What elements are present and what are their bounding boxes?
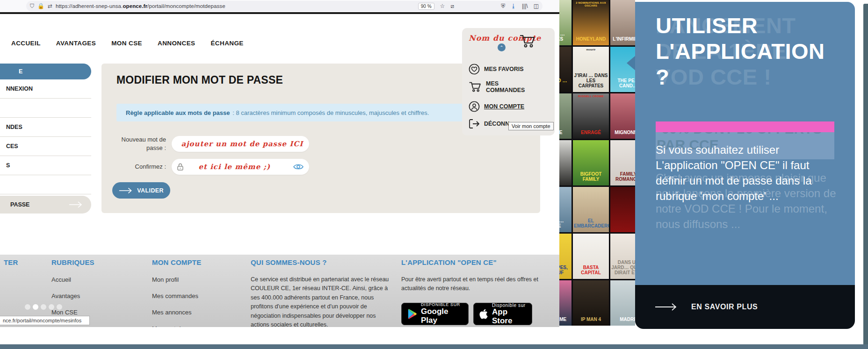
zoom-level-badge[interactable]: 90 % — [418, 3, 434, 10]
footer-link-monmotdepasse[interactable]: Mon mot de passe — [152, 325, 202, 327]
url-text[interactable]: https://adherent-snep-unsa.opence.fr/por… — [56, 3, 225, 9]
poster-tile[interactable]: madre♥ — [610, 280, 635, 326]
en-savoir-plus-label: EN SAVOIR PLUS — [691, 303, 758, 311]
confirm-password-input[interactable]: et ici le même ;) — [172, 159, 309, 175]
poster-tile[interactable]: …ette …vennes — [559, 0, 571, 45]
footer-link-monprofil[interactable]: Mon profil — [152, 276, 202, 283]
poster-tile[interactable]: MIGNONN… — [610, 93, 635, 139]
en-savoir-plus-button[interactable]: EN SAVOIR PLUS — [635, 285, 855, 329]
lock-icon[interactable]: 🔒 — [37, 3, 44, 9]
vod-poster-wall: …ette …vennes2 NOMINATIONS AUX OSCARSHON… — [559, 0, 635, 326]
carousel-dot[interactable] — [25, 304, 30, 310]
apple-icon — [479, 308, 488, 320]
poster-tile[interactable]: …ME …PES, …C …UF — [559, 234, 571, 279]
footer-link-moncse[interactable]: Mon CSE — [51, 309, 94, 316]
shield-icon[interactable]: ⛉ — [30, 3, 34, 9]
page-top-divider — [0, 12, 559, 14]
user-icon — [469, 101, 480, 112]
valider-button[interactable]: VALIDER — [112, 182, 170, 199]
carousel-dot[interactable] — [33, 304, 38, 310]
menu-item-mon-compte[interactable]: MON COMPTE — [469, 101, 524, 112]
menu-item-commandes[interactable]: MES COMMANDES — [469, 80, 528, 94]
url-bar[interactable]: ⛉ 🔒 ⇄ https://adherent-snep-unsa.opence.… — [26, 1, 542, 11]
app-store-badge[interactable]: Disponible surApp Store — [473, 303, 532, 325]
menu-item-deconnexion[interactable]: DÉCONN — [469, 119, 509, 129]
poster-tile[interactable]: BAMAKO …ICA — [559, 47, 571, 92]
poster-tile[interactable]: EL EMBARCADERO — [573, 187, 609, 232]
permissions-icon[interactable]: ⇄ — [48, 3, 52, 9]
protections-shield-icon[interactable]: ⛨ — [501, 3, 505, 9]
page-title: MODIFIER MON MOT DE PASSE — [116, 74, 283, 86]
carousel-prev-arrow-icon[interactable] — [627, 55, 636, 71]
menu-item-favoris[interactable]: MES FAVORIS — [469, 64, 524, 75]
arrow-right-icon — [119, 187, 133, 194]
nav-item-echange[interactable]: ÉCHANGE — [210, 40, 243, 47]
footer-link-mesannonces[interactable]: Mes annonces — [152, 309, 202, 316]
bottom-bar — [0, 344, 868, 349]
sidebar-toggle-icon[interactable]: ◫ — [534, 3, 539, 9]
sidebar-item-annonces[interactable]: CES — [0, 137, 91, 156]
carousel-dot[interactable] — [49, 304, 54, 310]
heart-icon — [469, 64, 480, 75]
screenshot-root: ⛉ 🔒 ⇄ https://adherent-snep-unsa.opence.… — [0, 0, 868, 349]
new-password-input[interactable]: ajouter un mot de passe ICI — [172, 136, 309, 152]
bookmark-star-icon[interactable]: ☆ — [440, 3, 445, 9]
poster-tile[interactable]: …Fille — [559, 93, 571, 139]
poster-tile[interactable]: mourirJ'irai … dans les Carpates — [573, 47, 609, 92]
poster-tile[interactable]: FAMILY ROMANC… — [610, 140, 635, 185]
nav-item-accueil[interactable]: ACCUEIL — [11, 40, 41, 47]
carousel-dots — [25, 304, 62, 310]
nav-item-avantages[interactable]: AVANTAGES — [56, 40, 96, 47]
slide-body: Si vous souhaitez utiliser L'application… — [656, 142, 840, 204]
poster-tile[interactable]: RUSSELL CROWEENRAGÉ — [573, 93, 609, 139]
poster-tile[interactable]: 2 NOMINATIONS AUX OSCARSHONEYLAND — [573, 0, 609, 45]
poster-tile[interactable]: BASTA CAPITAL — [573, 234, 609, 279]
pink-highlight-bar — [656, 121, 834, 132]
poster-tile[interactable]: IP MAN 4 — [573, 280, 609, 326]
password-annotation: ajouter un mot de passe ICI — [181, 140, 303, 148]
footer-link-mescommandes[interactable]: Mes commandes — [152, 292, 202, 299]
translate-disabled-icon[interactable]: ⧄ — [450, 3, 454, 9]
nav-item-annonces[interactable]: ANNONCES — [158, 40, 195, 47]
confirm-password-label: Confirmez : — [116, 163, 172, 171]
library-icon[interactable]: |||\ — [522, 3, 528, 9]
footer-link-avantages[interactable]: Avantages — [51, 292, 94, 299]
carousel-dot[interactable] — [41, 304, 46, 310]
next-slide-edge[interactable] — [863, 4, 868, 349]
footer-heading-quisommesnous: QUI SOMMES-NOUS ? — [251, 258, 327, 266]
cart-icon[interactable] — [519, 34, 536, 49]
app-text: Pour être averti partout et en temps rée… — [401, 275, 556, 293]
poster-tile[interactable]: CER… …RIQUE — [559, 187, 571, 232]
google-play-icon — [407, 308, 417, 320]
sidebar-item-commandes[interactable]: NDES — [0, 118, 91, 137]
download-icon[interactable]: ⭳ — [511, 3, 516, 9]
vod-promo-slide: LANCEMENT DE LA 1ÈRE VOD CCE ! UTILISER … — [635, 2, 855, 327]
footer-heading-rubriques: RUBRIQUES — [51, 258, 94, 266]
sidebar-item-motdepasse[interactable]: PASSE — [0, 196, 91, 214]
sidebar-item-favoris[interactable]: S — [0, 156, 91, 175]
sidebar-item-label: PASSE — [10, 201, 29, 208]
sidebar-item-hidden-2[interactable] — [0, 175, 91, 194]
sidebar-item-active[interactable]: E — [0, 64, 91, 79]
carousel-dot[interactable] — [57, 304, 62, 310]
poster-tile[interactable]: BIGFOOT FAMILY — [573, 140, 609, 185]
footer-heading-contacter-fragment: TER — [4, 258, 18, 266]
poster-tile[interactable]: …E FEMME — [559, 280, 571, 326]
poster-tile[interactable]: L'INFIRMIÈRE♥ — [610, 0, 635, 45]
account-name-annotation: Nom du compte — [469, 34, 511, 43]
new-password-label: Nouveau mot de passe : — [116, 135, 172, 152]
show-password-eye-icon[interactable] — [303, 141, 304, 147]
voir-mon-compte-tooltip: Voir mon compte — [508, 122, 554, 130]
nav-item-moncse[interactable]: MON CSE — [111, 40, 142, 47]
poster-tile[interactable] — [610, 187, 635, 232]
sidebar-item-hidden-1[interactable] — [0, 99, 91, 118]
footer-link-accueil[interactable]: Accueil — [51, 276, 94, 283]
google-play-badge[interactable]: DISPONIBLE SURGoogle Play — [401, 303, 469, 325]
show-password-eye-icon[interactable] — [293, 164, 304, 170]
chevron-up-icon[interactable]: ⌃ — [498, 43, 506, 51]
account-sidebar: E NNEXION NDES CES S PASSE — [0, 64, 91, 214]
poster-tile[interactable]: …ITE — [559, 140, 571, 185]
padlock-icon — [177, 163, 183, 171]
sidebar-item-connexion[interactable]: NNEXION — [0, 79, 91, 99]
poster-tile[interactable]: DANS UN JARD… QU'ON DIRAIT ET… — [610, 234, 635, 279]
